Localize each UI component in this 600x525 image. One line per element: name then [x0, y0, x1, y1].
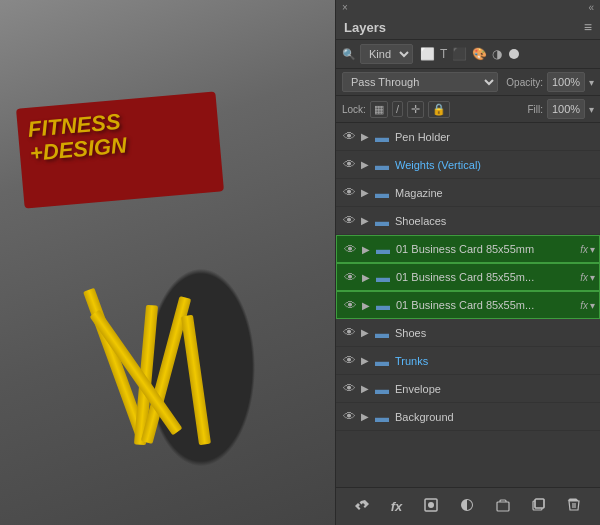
folder-icon: ▬ [372, 409, 392, 425]
panel-top-bar: × « [336, 0, 600, 13]
lock-artboard-btn[interactable]: ✛ [407, 101, 424, 118]
adjustment-btn[interactable] [455, 495, 479, 518]
layer-name: Shoes [395, 327, 596, 339]
expand-icon[interactable]: ▶ [358, 159, 372, 170]
visibility-icon[interactable]: 👁 [341, 270, 359, 285]
folder-icon: ▬ [372, 213, 392, 229]
expand-icon[interactable]: ▶ [358, 327, 372, 338]
visibility-icon[interactable]: 👁 [340, 381, 358, 396]
blend-row: Pass Through Normal Multiply Screen Over… [336, 69, 600, 96]
svg-rect-4 [535, 499, 544, 508]
business-card: FITNESS+DESIGN [16, 91, 224, 208]
mask-btn[interactable] [419, 495, 443, 518]
fill-arrow[interactable]: ▾ [589, 104, 594, 115]
expand-icon[interactable]: ▶ [358, 411, 372, 422]
folder-icon: ▬ [373, 297, 393, 313]
layer-name: Trunks [395, 355, 596, 367]
folder-icon: ▬ [372, 353, 392, 369]
expand-icon[interactable]: ▶ [358, 383, 372, 394]
new-layer-btn[interactable] [526, 495, 550, 518]
filter-text-icon[interactable]: T [439, 46, 448, 62]
new-group-btn[interactable] [491, 495, 515, 518]
layer-item[interactable]: 👁 ▶ ▬ Shoelaces [336, 207, 600, 235]
visibility-icon[interactable]: 👁 [340, 353, 358, 368]
layer-name: Envelope [395, 383, 596, 395]
lock-all-btn[interactable]: 🔒 [428, 101, 450, 118]
layer-expand-arrow[interactable]: ▾ [590, 272, 595, 283]
filter-smart-icon[interactable]: 🎨 [471, 46, 488, 62]
filter-toggle-dot[interactable] [509, 49, 519, 59]
visibility-icon[interactable]: 👁 [340, 409, 358, 424]
panel-title: Layers [344, 20, 386, 35]
canvas-area: FITNESS+DESIGN [0, 0, 335, 525]
layer-name: Weights (Vertical) [395, 159, 596, 171]
layer-name: Pen Holder [395, 131, 596, 143]
opacity-input[interactable] [547, 72, 585, 92]
panel-menu-icon[interactable]: ≡ [584, 19, 592, 35]
layer-name: Magazine [395, 187, 596, 199]
panel-header-left: Layers [344, 20, 386, 35]
filter-pixel-icon[interactable]: ⬜ [419, 46, 436, 62]
fill-input[interactable] [547, 99, 585, 119]
panel-close-icon[interactable]: × [342, 2, 348, 13]
visibility-icon[interactable]: 👁 [341, 298, 359, 313]
panel-header: Layers ≡ [336, 13, 600, 40]
fx-btn[interactable]: fx [386, 496, 408, 517]
folder-icon: ▬ [372, 381, 392, 397]
layer-item[interactable]: 👁 ▶ ▬ Pen Holder [336, 123, 600, 151]
lock-icons: ▦ / ✛ 🔒 [370, 101, 450, 118]
layer-name: 01 Business Card 85x55m... [396, 299, 577, 311]
layer-item-highlighted-2[interactable]: 👁 ▶ ▬ 01 Business Card 85x55m... fx ▾ [336, 263, 600, 291]
visibility-icon[interactable]: 👁 [340, 213, 358, 228]
folder-icon: ▬ [373, 241, 393, 257]
opacity-arrow[interactable]: ▾ [589, 77, 594, 88]
filter-row: 🔍 Kind ⬜ T ⬛ 🎨 ◑ [336, 40, 600, 69]
filter-mask-icon[interactable]: ◑ [491, 46, 503, 62]
visibility-icon[interactable]: 👁 [340, 157, 358, 172]
lock-label: Lock: [342, 104, 366, 115]
lock-position-btn[interactable]: / [392, 101, 403, 117]
bottom-toolbar: fx [336, 487, 600, 525]
expand-icon[interactable]: ▶ [359, 272, 373, 283]
canvas-image [0, 0, 335, 525]
folder-icon: ▬ [373, 269, 393, 285]
layer-item[interactable]: 👁 ▶ ▬ Weights (Vertical) [336, 151, 600, 179]
canvas-background: FITNESS+DESIGN [0, 0, 335, 525]
folder-icon: ▬ [372, 185, 392, 201]
expand-icon[interactable]: ▶ [359, 244, 373, 255]
layers-panel: × « Layers ≡ 🔍 Kind ⬜ T ⬛ 🎨 ◑ Pass Throu… [335, 0, 600, 525]
layer-item[interactable]: 👁 ▶ ▬ Shoes [336, 319, 600, 347]
delete-layer-btn[interactable] [562, 495, 586, 518]
folder-icon: ▬ [372, 325, 392, 341]
svg-rect-2 [497, 502, 509, 511]
expand-icon[interactable]: ▶ [358, 187, 372, 198]
expand-icon[interactable]: ▶ [358, 215, 372, 226]
fx-badge: fx [580, 244, 588, 255]
link-layers-btn[interactable] [350, 495, 374, 518]
fx-badge: fx [580, 300, 588, 311]
visibility-icon[interactable]: 👁 [340, 185, 358, 200]
layer-item[interactable]: 👁 ▶ ▬ Magazine [336, 179, 600, 207]
fx-badge: fx [580, 272, 588, 283]
layer-name: Background [395, 411, 596, 423]
visibility-icon[interactable]: 👁 [340, 129, 358, 144]
layer-item[interactable]: 👁 ▶ ▬ Trunks [336, 347, 600, 375]
layer-item-highlighted-1[interactable]: 👁 ▶ ▬ 01 Business Card 85x55mm fx ▾ [336, 235, 600, 263]
layer-expand-arrow[interactable]: ▾ [590, 244, 595, 255]
expand-icon[interactable]: ▶ [358, 355, 372, 366]
filter-vector-icon[interactable]: ⬛ [451, 46, 468, 62]
filter-icons-group: ⬜ T ⬛ 🎨 ◑ [419, 46, 503, 62]
blend-mode-select[interactable]: Pass Through Normal Multiply Screen Over… [342, 72, 498, 92]
panel-collapse-icon[interactable]: « [588, 2, 594, 13]
lock-row: Lock: ▦ / ✛ 🔒 Fill: ▾ [336, 96, 600, 123]
layer-item[interactable]: 👁 ▶ ▬ Background [336, 403, 600, 431]
layer-expand-arrow[interactable]: ▾ [590, 300, 595, 311]
expand-icon[interactable]: ▶ [359, 300, 373, 311]
lock-pixels-btn[interactable]: ▦ [370, 101, 388, 118]
visibility-icon[interactable]: 👁 [340, 325, 358, 340]
layer-item[interactable]: 👁 ▶ ▬ Envelope [336, 375, 600, 403]
expand-icon[interactable]: ▶ [358, 131, 372, 142]
kind-select[interactable]: Kind [360, 44, 413, 64]
layer-item-highlighted-3[interactable]: 👁 ▶ ▬ 01 Business Card 85x55m... fx ▾ [336, 291, 600, 319]
visibility-icon[interactable]: 👁 [341, 242, 359, 257]
